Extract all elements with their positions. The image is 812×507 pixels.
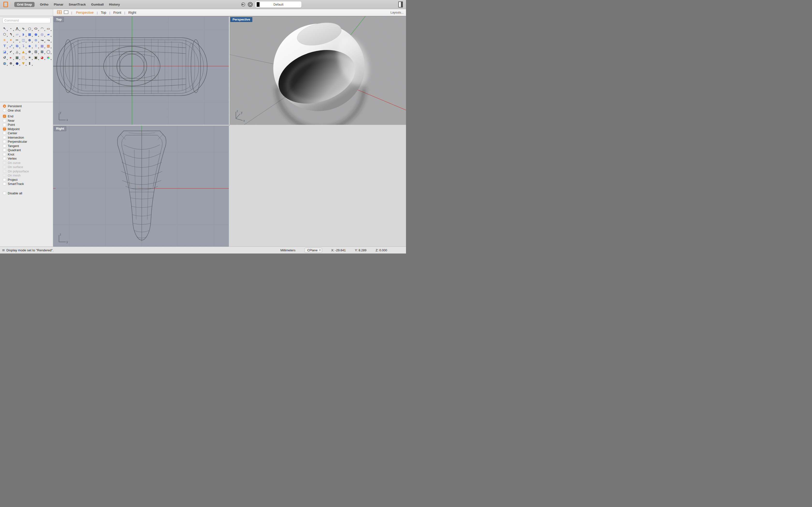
viewport-tab[interactable]: Right	[121, 11, 136, 14]
menubar-toggle[interactable]: Ortho	[40, 3, 48, 6]
osnap-checkbox[interactable]: SmartTrack	[3, 182, 53, 186]
split-icon[interactable]: ◫	[20, 37, 27, 43]
menubar-toggle[interactable]: History	[109, 3, 120, 6]
copy-array-icon[interactable]: ⧉	[14, 43, 20, 49]
viewport-top[interactable]: Top y x	[53, 16, 229, 125]
units-button[interactable]: Millimeters	[280, 248, 295, 252]
patch-surface-icon[interactable]: ◗	[20, 32, 27, 37]
polygon-icon[interactable]: ⬡	[1, 32, 8, 37]
zoom-extents-icon[interactable]: ⊞	[39, 49, 45, 55]
select-pointer-icon[interactable]: ↖	[1, 25, 8, 32]
viewport-tab[interactable]: Top	[94, 11, 106, 14]
zoom-window-icon[interactable]: ⊡	[33, 49, 39, 55]
fillet-curve-icon[interactable]: ↰	[8, 32, 14, 37]
trim-icon[interactable]: ✂	[14, 37, 20, 43]
osnap-radio[interactable]: Persistent	[3, 104, 53, 108]
sphere-icon[interactable]: ●	[33, 32, 39, 37]
control-point-curve-icon[interactable]: ∿	[20, 25, 27, 32]
osnap-disable-all-checkbox[interactable]: Disable all	[3, 191, 53, 195]
viewport-perspective[interactable]: Perspective z y x	[230, 16, 406, 125]
osnap-radio[interactable]: One shot	[3, 108, 53, 113]
arc-icon[interactable]: ◠	[39, 25, 45, 32]
light-bulb-icon[interactable]: ☀	[27, 55, 33, 60]
polyline-icon[interactable]: ⋀	[14, 25, 20, 32]
single-point-icon[interactable]: ∙	[8, 25, 14, 32]
rectangle-icon[interactable]: ▭	[45, 25, 51, 32]
pull-objects-icon[interactable]: ▲	[20, 49, 27, 55]
solid-tools-icon[interactable]: ◆	[27, 43, 33, 49]
viewport-top-label[interactable]: Top	[54, 17, 64, 22]
menubar-toggle[interactable]: Grid Snap	[14, 2, 35, 7]
menubar-toggle[interactable]: Planar	[54, 3, 63, 6]
ellipse-icon[interactable]: ⬭	[33, 25, 39, 32]
corner-surface-icon[interactable]: ▱	[14, 32, 20, 37]
boolean-union-icon[interactable]: ⊕	[27, 37, 33, 43]
current-layer-dropdown[interactable]: Default	[255, 1, 302, 8]
osnap-checkbox[interactable]: Intersection	[3, 135, 53, 140]
viewport-right-label[interactable]: Right	[54, 126, 66, 131]
osnap-checkbox[interactable]: Midpoint	[3, 127, 53, 131]
rectangular-array-icon[interactable]: ▦	[39, 43, 45, 49]
osnap-checkbox[interactable]: Tangent	[3, 144, 53, 148]
key-history-icon[interactable]	[241, 2, 246, 7]
zoom-selected-icon[interactable]: ◯	[45, 49, 51, 55]
viewport-tab[interactable]: Perspective	[76, 11, 94, 14]
layouts-button[interactable]: Layouts...	[391, 11, 404, 14]
shaded-sphere-icon[interactable]: ●	[14, 60, 20, 66]
osnap-checkbox[interactable]: On surface	[3, 165, 53, 169]
text-icon[interactable]: T	[1, 43, 8, 49]
orient-icon[interactable]: ⤵	[20, 43, 27, 49]
status-menu-icon[interactable]: ≡	[2, 248, 5, 252]
zoom-dynamic-icon[interactable]: ⊕	[27, 49, 33, 55]
menubar-toggle[interactable]: Gumball	[91, 3, 104, 6]
circle-icon[interactable]: ○	[27, 25, 33, 32]
twisted-surface-icon[interactable]: ▰	[45, 32, 51, 37]
explode-icon[interactable]: ✶	[8, 37, 14, 43]
rotate-view-icon[interactable]: ↺	[1, 55, 8, 60]
surface-edit-icon[interactable]: ◪	[1, 49, 8, 55]
four-pane-layout-icon[interactable]	[57, 10, 62, 15]
osnap-checkbox[interactable]: On polysurface	[3, 169, 53, 174]
color-wheel-icon[interactable]: ◉	[45, 55, 51, 60]
cplane-select[interactable]: CPlane ▴▾	[305, 248, 322, 253]
menubar-toggle[interactable]: SmartTrack	[69, 3, 86, 6]
target-record-icon[interactable]	[248, 2, 253, 7]
box-icon[interactable]: ■	[27, 32, 33, 37]
osnap-checkbox[interactable]: On curve	[3, 161, 53, 165]
osnap-checkbox[interactable]: Vertex	[3, 157, 53, 161]
cplane-grid-icon[interactable]: ▦	[14, 55, 20, 60]
osnap-checkbox[interactable]: On mesh	[3, 173, 53, 178]
osnap-checkbox[interactable]: Near	[3, 119, 53, 123]
plugins-puzzle-icon[interactable]: ✳	[1, 37, 8, 43]
boolean-difference-icon[interactable]: ⊖	[33, 37, 39, 43]
single-pane-layout-icon[interactable]	[64, 10, 68, 15]
osnap-checkbox[interactable]: Knot	[3, 152, 53, 157]
adjust-curve-icon[interactable]: ↝	[39, 37, 45, 43]
scale-icon[interactable]: ⤢	[8, 43, 14, 49]
render-grid-sphere-icon[interactable]: ⊛	[8, 60, 14, 66]
selection-check-icon[interactable]: ✔	[8, 49, 14, 55]
osnap-checkbox[interactable]: Point	[3, 123, 53, 127]
right-sidebar-toggle-icon[interactable]	[398, 1, 403, 7]
viewport-perspective-label[interactable]: Perspective	[230, 17, 252, 22]
osnap-checkbox[interactable]: Perpendicular	[3, 139, 53, 144]
osnap-checkbox[interactable]: Project	[3, 178, 53, 182]
osnap-checkbox[interactable]: Center	[3, 131, 53, 135]
torus-icon[interactable]: ◎	[39, 32, 45, 37]
render-sphere-icon[interactable]: ◍	[1, 60, 8, 66]
extrude-surface-icon[interactable]: ⇧	[33, 43, 39, 49]
named-views-icon[interactable]: ◰	[20, 55, 27, 60]
viewport-front[interactable]: Front z x	[229, 125, 230, 125]
osnap-checkbox[interactable]: Quadrant	[3, 148, 53, 152]
osnap-checkbox[interactable]: End	[3, 114, 53, 119]
spotlight-cone-icon[interactable]: ▼	[20, 60, 27, 66]
dimension-icon[interactable]: ‡	[27, 60, 33, 66]
primitive-solids-icon[interactable]: ◬	[14, 49, 20, 55]
viewport-right[interactable]: Right z y	[53, 125, 229, 247]
distribute-icon[interactable]: ▥	[45, 43, 51, 49]
command-input[interactable]	[2, 18, 51, 23]
clipping-plane-icon[interactable]: ◕	[39, 55, 45, 60]
walkabout-car-icon[interactable]: ▸	[8, 55, 14, 60]
extend-curve-icon[interactable]: ⤳	[45, 37, 51, 43]
lock-icon[interactable]: ▣	[33, 55, 39, 60]
